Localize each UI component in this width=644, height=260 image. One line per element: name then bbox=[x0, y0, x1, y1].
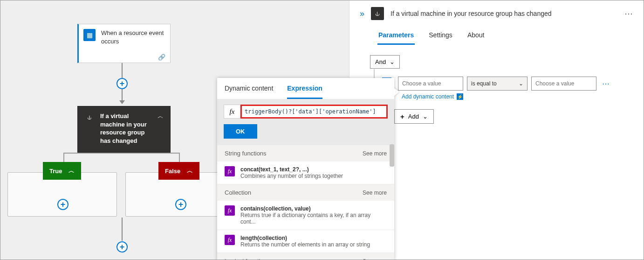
fn-signature: length(collection) bbox=[240, 235, 370, 241]
add-step-bottom-button[interactable]: + bbox=[116, 241, 128, 253]
connector-line bbox=[122, 89, 123, 100]
operator-label: is equal to bbox=[471, 80, 497, 87]
dynamic-content-icon: ⚡ bbox=[457, 93, 463, 100]
fn-item-concat[interactable]: fx concat(text_1, text_2?, ...) Combines… bbox=[217, 162, 394, 184]
fn-signature: concat(text_1, text_2?, ...) bbox=[240, 166, 343, 173]
expression-input[interactable] bbox=[242, 106, 386, 117]
fx-icon: fx bbox=[224, 105, 240, 119]
fn-item-contains[interactable]: fx contains(collection, value) Returns t… bbox=[217, 201, 394, 230]
condition-icon: ⫝ bbox=[371, 7, 384, 20]
section-collection: Collection See more bbox=[217, 184, 394, 201]
row-more-button[interactable]: ⋯ bbox=[602, 79, 610, 88]
connector-split bbox=[63, 153, 180, 154]
fx-icon: fx bbox=[225, 205, 235, 216]
condition-icon: ⫝ bbox=[84, 112, 95, 122]
condition-row: is equal to ⌄ ⋯ bbox=[398, 77, 610, 91]
section-logical-functions: Logical functions See more bbox=[217, 253, 394, 260]
tab-expression[interactable]: Expression bbox=[287, 84, 322, 99]
expression-input-row: fx bbox=[217, 99, 394, 124]
logic-op-label: And bbox=[375, 58, 386, 65]
add-dynamic-content-link[interactable]: Add dynamic content ⚡ bbox=[402, 93, 463, 100]
section-title: Logical functions bbox=[225, 258, 270, 260]
left-operand-input[interactable] bbox=[398, 77, 463, 91]
connection-link-icon[interactable]: 🔗 bbox=[158, 54, 165, 61]
connector-line bbox=[122, 218, 123, 241]
chevron-up-icon: ︿ bbox=[187, 167, 193, 175]
detail-more-button[interactable]: ⋯ bbox=[624, 8, 633, 19]
arrowhead-icon bbox=[119, 100, 125, 104]
scrollbar[interactable] bbox=[390, 144, 394, 167]
fx-icon: fx bbox=[225, 166, 235, 176]
dyn-link-label: Add dynamic content bbox=[402, 93, 454, 100]
chevron-down-icon: ⌄ bbox=[390, 58, 395, 65]
expression-input-highlight bbox=[240, 105, 388, 119]
chevron-up-icon[interactable]: ︿ bbox=[158, 112, 164, 120]
see-more-link[interactable]: See more bbox=[363, 258, 387, 260]
section-title: Collection bbox=[225, 189, 251, 196]
chevron-down-icon: ⌄ bbox=[519, 80, 523, 87]
fx-icon: fx bbox=[225, 235, 235, 245]
true-label: True bbox=[49, 168, 62, 175]
add-condition-button[interactable]: + Add ⌄ bbox=[394, 109, 434, 124]
expression-flyout: Dynamic content Expression fx OK String … bbox=[217, 78, 394, 260]
tab-dynamic-content[interactable]: Dynamic content bbox=[225, 84, 273, 99]
ok-button[interactable]: OK bbox=[224, 124, 257, 139]
trigger-card[interactable]: ▦ When a resource event occurs 🔗 bbox=[77, 24, 171, 63]
detail-title: If a virtual machine in your resource gr… bbox=[391, 10, 618, 17]
tab-settings[interactable]: Settings bbox=[428, 28, 453, 45]
condition-title: If a virtual machine in your resource gr… bbox=[100, 112, 152, 145]
trigger-title: When a resource event occurs bbox=[101, 29, 165, 45]
function-list: String functions See more fx concat(text… bbox=[217, 145, 394, 260]
logic-op-select[interactable]: And ⌄ bbox=[370, 55, 400, 69]
add-label: Add bbox=[408, 113, 419, 120]
connector-line bbox=[122, 63, 123, 78]
true-branch-container: True ︿ + bbox=[7, 172, 117, 217]
add-step-button[interactable]: + bbox=[116, 78, 128, 89]
true-branch-header[interactable]: True ︿ bbox=[43, 162, 81, 180]
right-operand-input[interactable] bbox=[531, 77, 596, 91]
section-title: String functions bbox=[225, 150, 267, 157]
add-action-true-button[interactable]: + bbox=[57, 199, 69, 210]
see-more-link[interactable]: See more bbox=[363, 150, 387, 157]
detail-tabs: Parameters Settings About bbox=[349, 25, 644, 45]
false-branch-header[interactable]: False ︿ bbox=[158, 162, 199, 180]
see-more-link[interactable]: See more bbox=[363, 190, 387, 196]
condition-builder: And ⌄ is equal to ⌄ ⋯ Add dynamic conten… bbox=[349, 45, 644, 69]
add-action-false-button[interactable]: + bbox=[175, 199, 186, 210]
tab-parameters[interactable]: Parameters bbox=[377, 28, 415, 45]
fn-description: Returns true if a dictionary contains a … bbox=[240, 212, 387, 225]
plus-icon: + bbox=[400, 112, 404, 120]
fn-description: Combines any number of strings together bbox=[240, 173, 343, 179]
event-grid-icon: ▦ bbox=[83, 29, 96, 41]
operator-select[interactable]: is equal to ⌄ bbox=[467, 77, 528, 91]
collapse-pane-icon[interactable]: » bbox=[360, 9, 364, 19]
flyout-tabs: Dynamic content Expression bbox=[217, 78, 394, 99]
fn-description: Returns the number of elements in an arr… bbox=[240, 241, 370, 248]
tab-about[interactable]: About bbox=[466, 28, 486, 45]
false-label: False bbox=[165, 168, 180, 175]
condition-card[interactable]: ⫝ If a virtual machine in your resource … bbox=[77, 106, 171, 153]
fn-item-length[interactable]: fx length(collection) Returns the number… bbox=[217, 230, 394, 253]
flyout-pointer bbox=[393, 87, 399, 97]
chevron-up-icon: ︿ bbox=[69, 167, 75, 175]
fn-signature: contains(collection, value) bbox=[240, 205, 387, 212]
section-string-functions: String functions See more bbox=[217, 145, 394, 162]
chevron-down-icon: ⌄ bbox=[423, 113, 428, 120]
